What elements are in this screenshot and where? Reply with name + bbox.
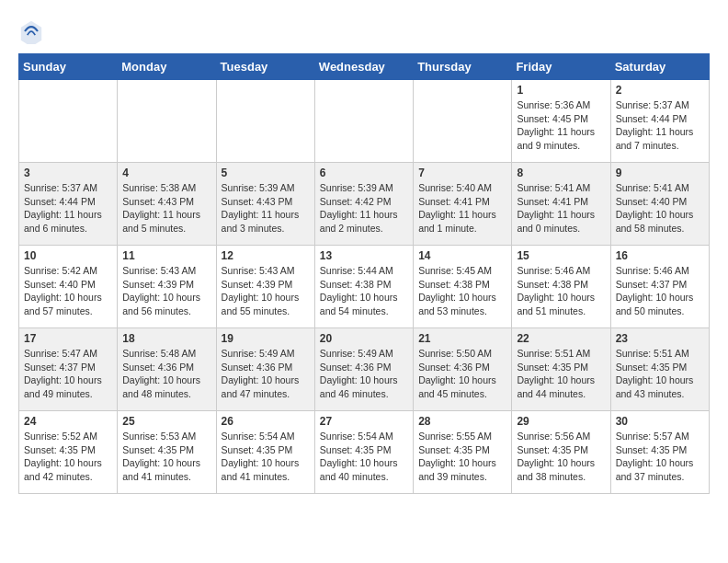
calendar-cell: 5Sunrise: 5:39 AM Sunset: 4:43 PM Daylig… [216,163,314,246]
calendar-day-header: Monday [118,54,216,80]
day-number: 22 [517,332,605,345]
calendar-cell [19,80,118,163]
calendar-cell [414,80,512,163]
day-info: Sunrise: 5:40 AM Sunset: 4:41 PM Dayligh… [418,181,506,236]
svg-marker-0 [21,21,41,44]
day-info: Sunrise: 5:54 AM Sunset: 4:35 PM Dayligh… [222,430,310,484]
calendar-cell: 4Sunrise: 5:38 AM Sunset: 4:43 PM Daylig… [118,163,216,246]
calendar-cell: 8Sunrise: 5:41 AM Sunset: 4:41 PM Daylig… [512,163,610,246]
day-number: 29 [517,415,605,428]
calendar-cell [118,80,216,163]
day-number: 14 [418,249,506,262]
day-number: 10 [24,249,112,262]
day-number: 19 [222,332,310,345]
day-number: 15 [517,249,605,262]
day-info: Sunrise: 5:43 AM Sunset: 4:39 PM Dayligh… [122,264,210,318]
calendar-day-header: Tuesday [216,54,314,80]
calendar-cell: 17Sunrise: 5:47 AM Sunset: 4:37 PM Dayli… [19,328,118,411]
calendar-table: SundayMondayTuesdayWednesdayThursdayFrid… [18,53,710,494]
day-number: 26 [222,415,310,428]
day-info: Sunrise: 5:39 AM Sunset: 4:43 PM Dayligh… [222,181,310,236]
calendar-cell: 2Sunrise: 5:37 AM Sunset: 4:44 PM Daylig… [610,80,709,163]
day-info: Sunrise: 5:49 AM Sunset: 4:36 PM Dayligh… [320,347,408,401]
calendar-cell: 25Sunrise: 5:53 AM Sunset: 4:35 PM Dayli… [118,411,216,494]
calendar-cell: 30Sunrise: 5:57 AM Sunset: 4:35 PM Dayli… [610,411,709,494]
day-info: Sunrise: 5:57 AM Sunset: 4:35 PM Dayligh… [616,430,704,484]
day-info: Sunrise: 5:49 AM Sunset: 4:36 PM Dayligh… [222,347,310,401]
day-info: Sunrise: 5:56 AM Sunset: 4:35 PM Dayligh… [517,430,605,484]
calendar-week-row: 17Sunrise: 5:47 AM Sunset: 4:37 PM Dayli… [19,328,710,411]
calendar-cell: 28Sunrise: 5:55 AM Sunset: 4:35 PM Dayli… [414,411,512,494]
day-info: Sunrise: 5:43 AM Sunset: 4:39 PM Dayligh… [222,264,310,318]
day-info: Sunrise: 5:51 AM Sunset: 4:35 PM Dayligh… [616,347,704,401]
calendar-cell: 22Sunrise: 5:51 AM Sunset: 4:35 PM Dayli… [512,328,610,411]
calendar-cell: 3Sunrise: 5:37 AM Sunset: 4:44 PM Daylig… [19,163,118,246]
day-info: Sunrise: 5:37 AM Sunset: 4:44 PM Dayligh… [24,181,112,236]
day-number: 30 [616,415,704,428]
calendar-cell: 24Sunrise: 5:52 AM Sunset: 4:35 PM Dayli… [19,411,118,494]
calendar-cell: 29Sunrise: 5:56 AM Sunset: 4:35 PM Dayli… [512,411,610,494]
day-info: Sunrise: 5:55 AM Sunset: 4:35 PM Dayligh… [418,430,506,484]
day-info: Sunrise: 5:36 AM Sunset: 4:45 PM Dayligh… [517,98,605,153]
day-number: 4 [122,167,210,179]
calendar-cell [314,80,413,163]
calendar-week-row: 3Sunrise: 5:37 AM Sunset: 4:44 PM Daylig… [19,163,710,246]
day-number: 12 [222,249,310,262]
calendar-cell: 14Sunrise: 5:45 AM Sunset: 4:38 PM Dayli… [414,246,512,328]
day-number: 23 [616,332,704,345]
calendar-cell: 12Sunrise: 5:43 AM Sunset: 4:39 PM Dayli… [216,246,314,328]
calendar-cell: 7Sunrise: 5:40 AM Sunset: 4:41 PM Daylig… [414,163,512,246]
day-number: 24 [24,415,112,428]
calendar-cell [216,80,314,163]
day-info: Sunrise: 5:48 AM Sunset: 4:36 PM Dayligh… [122,347,210,401]
calendar-cell: 20Sunrise: 5:49 AM Sunset: 4:36 PM Dayli… [314,328,413,411]
calendar-cell: 11Sunrise: 5:43 AM Sunset: 4:39 PM Dayli… [118,246,216,328]
day-number: 6 [320,167,408,179]
day-info: Sunrise: 5:44 AM Sunset: 4:38 PM Dayligh… [320,264,408,318]
day-info: Sunrise: 5:51 AM Sunset: 4:35 PM Dayligh… [517,347,605,401]
day-info: Sunrise: 5:54 AM Sunset: 4:35 PM Dayligh… [320,430,408,484]
calendar-day-header: Sunday [19,54,118,80]
day-info: Sunrise: 5:42 AM Sunset: 4:40 PM Dayligh… [24,264,112,318]
day-info: Sunrise: 5:41 AM Sunset: 4:41 PM Dayligh… [517,181,605,236]
day-number: 28 [418,415,506,428]
day-info: Sunrise: 5:53 AM Sunset: 4:35 PM Dayligh… [122,430,210,484]
day-number: 21 [418,332,506,345]
day-number: 27 [320,415,408,428]
day-number: 25 [122,415,210,428]
day-info: Sunrise: 5:47 AM Sunset: 4:37 PM Dayligh… [24,347,112,401]
page-header [18,18,710,44]
day-info: Sunrise: 5:46 AM Sunset: 4:38 PM Dayligh… [517,264,605,318]
calendar-cell: 27Sunrise: 5:54 AM Sunset: 4:35 PM Dayli… [314,411,413,494]
day-number: 16 [616,249,704,262]
day-info: Sunrise: 5:45 AM Sunset: 4:38 PM Dayligh… [418,264,506,318]
day-info: Sunrise: 5:41 AM Sunset: 4:40 PM Dayligh… [616,181,704,236]
calendar-cell: 21Sunrise: 5:50 AM Sunset: 4:36 PM Dayli… [414,328,512,411]
calendar-cell: 23Sunrise: 5:51 AM Sunset: 4:35 PM Dayli… [610,328,709,411]
day-info: Sunrise: 5:38 AM Sunset: 4:43 PM Dayligh… [122,181,210,236]
calendar-cell: 1Sunrise: 5:36 AM Sunset: 4:45 PM Daylig… [512,80,610,163]
day-number: 20 [320,332,408,345]
logo-icon [18,18,44,44]
day-number: 1 [517,84,605,97]
calendar-day-header: Saturday [610,54,709,80]
calendar-cell: 16Sunrise: 5:46 AM Sunset: 4:37 PM Dayli… [610,246,709,328]
calendar-day-header: Wednesday [314,54,413,80]
day-info: Sunrise: 5:46 AM Sunset: 4:37 PM Dayligh… [616,264,704,318]
calendar-cell: 15Sunrise: 5:46 AM Sunset: 4:38 PM Dayli… [512,246,610,328]
day-info: Sunrise: 5:50 AM Sunset: 4:36 PM Dayligh… [418,347,506,401]
day-number: 5 [222,167,310,179]
day-info: Sunrise: 5:52 AM Sunset: 4:35 PM Dayligh… [24,430,112,484]
calendar-day-header: Thursday [414,54,512,80]
calendar-cell: 26Sunrise: 5:54 AM Sunset: 4:35 PM Dayli… [216,411,314,494]
day-number: 7 [418,167,506,179]
calendar-cell: 18Sunrise: 5:48 AM Sunset: 4:36 PM Dayli… [118,328,216,411]
calendar-cell: 10Sunrise: 5:42 AM Sunset: 4:40 PM Dayli… [19,246,118,328]
day-number: 2 [616,84,704,97]
calendar-week-row: 1Sunrise: 5:36 AM Sunset: 4:45 PM Daylig… [19,80,710,163]
day-number: 11 [122,249,210,262]
day-number: 8 [517,167,605,179]
day-number: 9 [616,167,704,179]
calendar-day-header: Friday [512,54,610,80]
day-info: Sunrise: 5:37 AM Sunset: 4:44 PM Dayligh… [616,98,704,153]
